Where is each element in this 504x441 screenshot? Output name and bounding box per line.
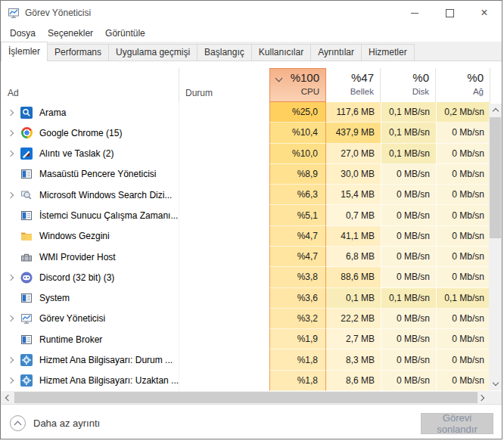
- process-status-cell[interactable]: [179, 371, 269, 391]
- network-usage-cell[interactable]: 0,1 Mb/sn: [436, 288, 490, 309]
- process-status-cell[interactable]: [179, 288, 269, 309]
- process-name-cell[interactable]: WMI Provider Host: [1, 247, 179, 267]
- process-row[interactable]: Alıntı ve Taslak (2)%10,027,0 MB0,1 MB/s…: [1, 144, 502, 164]
- process-status-cell[interactable]: [179, 309, 269, 329]
- process-row[interactable]: Microsoft Windows Search Dizi...%6,315,4…: [1, 185, 502, 205]
- disk-usage-cell[interactable]: 0,1 MB/sn: [381, 144, 436, 164]
- menu-item-dosya[interactable]: Dosya: [4, 26, 42, 40]
- cpu-usage-cell[interactable]: %10,0: [269, 144, 326, 164]
- column-header-cpu[interactable]: %100CPU: [269, 68, 326, 102]
- process-name-cell[interactable]: Masaüstü Pencere Yöneticisi: [1, 164, 179, 185]
- process-status-cell[interactable]: [179, 123, 269, 143]
- disk-usage-cell[interactable]: 0 MB/sn: [381, 309, 436, 329]
- tab-hizmetler[interactable]: Hizmetler: [361, 44, 415, 61]
- network-usage-cell[interactable]: 0 Mb/sn: [436, 164, 490, 185]
- process-status-cell[interactable]: [179, 267, 269, 287]
- process-name-cell[interactable]: Windows Gezgini: [1, 226, 179, 247]
- scroll-left-icon[interactable]: [1, 391, 14, 404]
- cpu-usage-cell[interactable]: %3,2: [269, 309, 326, 329]
- cpu-usage-cell[interactable]: %3,8: [269, 267, 326, 287]
- disk-usage-cell[interactable]: 0,1 MB/sn: [381, 102, 436, 123]
- cpu-usage-cell[interactable]: %6,3: [269, 185, 326, 205]
- process-status-cell[interactable]: [179, 144, 269, 164]
- cpu-usage-cell[interactable]: %10,4: [269, 123, 326, 143]
- process-row[interactable]: Masaüstü Pencere Yöneticisi%8,930,0 MB0 …: [1, 164, 502, 185]
- vertical-scroll-thumb[interactable]: [490, 117, 501, 238]
- process-name-cell[interactable]: İstemci Sunucu Çalışma Zamanı...: [1, 205, 179, 225]
- column-header-name[interactable]: Ad: [1, 68, 179, 102]
- disk-usage-cell[interactable]: 0 MB/sn: [381, 329, 436, 349]
- memory-usage-cell[interactable]: 6,8 MB: [326, 247, 381, 267]
- network-usage-cell[interactable]: 0,2 Mb/sn: [436, 102, 490, 123]
- network-usage-cell[interactable]: 0 Mb/sn: [436, 205, 490, 225]
- tab-performans[interactable]: Performans: [47, 44, 109, 61]
- tab-ayrıntılar[interactable]: Ayrıntılar: [310, 44, 362, 61]
- cpu-usage-cell[interactable]: %5,1: [269, 205, 326, 225]
- process-name-cell[interactable]: Hizmet Ana Bilgisayarı: Durum ...: [1, 349, 179, 370]
- fewer-details-toggle[interactable]: Daha az ayrıntı: [10, 415, 100, 431]
- network-usage-cell[interactable]: 0 Mb/sn: [436, 226, 490, 247]
- disk-usage-cell[interactable]: 0 MB/sn: [381, 247, 436, 267]
- memory-usage-cell[interactable]: 437,9 MB: [326, 123, 381, 143]
- memory-usage-cell[interactable]: 27,0 MB: [326, 144, 381, 164]
- column-header-memory[interactable]: %47Bellek: [326, 68, 381, 102]
- end-task-button[interactable]: Görevi sonlandır: [421, 413, 493, 434]
- network-usage-cell[interactable]: 0 Mb/sn: [436, 329, 490, 349]
- tab-kullanıcılar[interactable]: Kullanıcılar: [251, 44, 311, 61]
- scroll-up-icon[interactable]: [489, 104, 502, 116]
- process-row[interactable]: System%3,60,1 MB0,1 MB/sn0,1 Mb/sn: [1, 288, 502, 309]
- disk-usage-cell[interactable]: 0 MB/sn: [381, 185, 436, 205]
- process-row[interactable]: Runtime Broker%1,92,7 MB0 MB/sn0 Mb/sn: [1, 329, 502, 349]
- memory-usage-cell[interactable]: 41,1 MB: [326, 226, 381, 247]
- horizontal-scrollbar[interactable]: [1, 391, 502, 404]
- process-row[interactable]: İstemci Sunucu Çalışma Zamanı...%5,10,7 …: [1, 205, 502, 225]
- process-row[interactable]: Arama%25,0117,6 MB0,1 MB/sn0,2 Mb/sn: [1, 102, 502, 123]
- memory-usage-cell[interactable]: 117,6 MB: [326, 102, 381, 123]
- close-button[interactable]: ×: [467, 1, 502, 25]
- memory-usage-cell[interactable]: 0,7 MB: [326, 205, 381, 225]
- process-row[interactable]: Windows Gezgini%4,741,1 MB0 MB/sn0 Mb/sn: [1, 226, 502, 247]
- process-name-cell[interactable]: Arama: [1, 102, 179, 123]
- menu-item-goruntule[interactable]: Görüntüle: [99, 26, 151, 40]
- maximize-button[interactable]: [432, 1, 467, 25]
- process-status-cell[interactable]: [179, 205, 269, 225]
- network-usage-cell[interactable]: 0 Mb/sn: [436, 123, 490, 143]
- process-name-cell[interactable]: Alıntı ve Taslak (2): [1, 144, 179, 164]
- expand-chevron-icon[interactable]: [1, 275, 20, 280]
- process-row[interactable]: Google Chrome (15)%10,4437,9 MB0,1 MB/sn…: [1, 123, 502, 143]
- memory-usage-cell[interactable]: 8,3 MB: [326, 349, 381, 370]
- process-name-cell[interactable]: Google Chrome (15): [1, 123, 179, 143]
- memory-usage-cell[interactable]: 8,6 MB: [326, 371, 381, 391]
- cpu-usage-cell[interactable]: %4,7: [269, 247, 326, 267]
- memory-usage-cell[interactable]: 30,0 MB: [326, 164, 381, 185]
- network-usage-cell[interactable]: 0 Mb/sn: [436, 349, 490, 370]
- network-usage-cell[interactable]: 0 Mb/sn: [436, 247, 490, 267]
- column-header-disk[interactable]: %0Disk: [381, 68, 436, 102]
- column-header-network[interactable]: %0Ağ: [436, 68, 490, 102]
- cpu-usage-cell[interactable]: %3,6: [269, 288, 326, 309]
- horizontal-scroll-thumb[interactable]: [14, 392, 478, 403]
- minimize-button[interactable]: [397, 1, 432, 25]
- process-row[interactable]: Görev Yöneticisi%3,222,2 MB0 MB/sn0 Mb/s…: [1, 309, 502, 329]
- network-usage-cell[interactable]: 0 Mb/sn: [436, 144, 490, 164]
- expand-chevron-icon[interactable]: [1, 358, 20, 362]
- disk-usage-cell[interactable]: 0 MB/sn: [381, 371, 436, 391]
- process-row[interactable]: WMI Provider Host%4,76,8 MB0 MB/sn0 Mb/s…: [1, 247, 502, 267]
- disk-usage-cell[interactable]: 0 MB/sn: [381, 349, 436, 370]
- memory-usage-cell[interactable]: 22,2 MB: [326, 309, 381, 329]
- process-name-cell[interactable]: Runtime Broker: [1, 329, 179, 349]
- menu-item-secenekler[interactable]: Seçenekler: [42, 26, 99, 40]
- process-status-cell[interactable]: [179, 349, 269, 370]
- memory-usage-cell[interactable]: 0,1 MB: [326, 288, 381, 309]
- expand-chevron-icon[interactable]: [1, 131, 20, 135]
- process-status-cell[interactable]: [179, 329, 269, 349]
- disk-usage-cell[interactable]: 0 MB/sn: [381, 164, 436, 185]
- expand-chevron-icon[interactable]: [1, 316, 20, 321]
- tab-i-şlemler[interactable]: İşlemler: [1, 42, 48, 61]
- memory-usage-cell[interactable]: 2,7 MB: [326, 329, 381, 349]
- network-usage-cell[interactable]: 0 Mb/sn: [436, 371, 490, 391]
- tab-başlangıç[interactable]: Başlangıç: [197, 44, 252, 61]
- process-name-cell[interactable]: Görev Yöneticisi: [1, 309, 179, 329]
- cpu-usage-cell[interactable]: %25,0: [269, 102, 326, 123]
- process-status-cell[interactable]: [179, 185, 269, 205]
